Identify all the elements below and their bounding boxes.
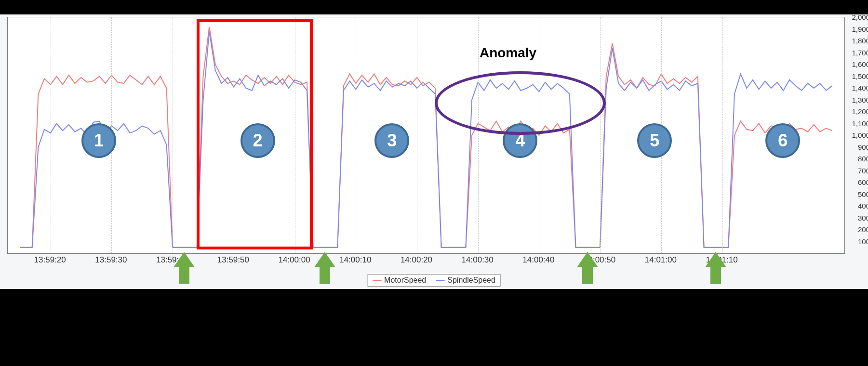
gridline-v [295, 17, 295, 253]
legend-item-motor: MotorSpeed [373, 276, 426, 285]
y-tick-label: 400 [846, 202, 868, 210]
y-tick-label: 1,800 [846, 37, 868, 45]
cycle-badge-3: 3 [374, 123, 409, 158]
x-tick-label: 14:01:00 [645, 255, 677, 265]
cycle-badge-5: 5 [637, 123, 672, 158]
series-SpindleSpeed [20, 31, 832, 247]
y-tick-label: 1,000 [846, 131, 868, 139]
y-tick-label: 1,200 [846, 107, 868, 116]
chart-wrapper: MotorSpeed SpindleSpeed 13:59:2013:59:30… [0, 14, 868, 289]
y-tick-label: 1,900 [846, 25, 868, 33]
gridline-v [234, 17, 234, 253]
legend-swatch-spindle [436, 280, 444, 281]
y-tick-label: 500 [846, 190, 868, 198]
cycle-badge-4: 4 [503, 123, 537, 158]
y-tick-label: 800 [846, 155, 868, 163]
y-tick-label: 1,300 [846, 95, 868, 104]
gridline-v [356, 17, 356, 253]
x-tick-label: 13:59:20 [34, 255, 66, 265]
y-tick-label: 200 [846, 225, 868, 234]
cycle-badge-6: 6 [765, 123, 800, 158]
y-tick-label: 1,700 [846, 48, 868, 56]
y-tick-label: 1,400 [846, 84, 868, 92]
y-tick-label: 300 [846, 213, 868, 222]
y-tick-label: 600 [846, 178, 868, 186]
x-tick-label: 14:00:30 [462, 255, 494, 265]
gridline-v [478, 17, 479, 253]
legend-item-spindle: SpindleSpeed [436, 276, 495, 285]
cycle-badge-2: 2 [240, 123, 275, 158]
anomaly-label: Anomaly [480, 45, 536, 61]
gridline-v [722, 17, 723, 253]
y-tick-label: 700 [846, 166, 868, 174]
gridline-v [51, 17, 51, 253]
series-MotorSpeed [20, 27, 832, 248]
legend: MotorSpeed SpindleSpeed [367, 274, 501, 287]
plot-area [7, 17, 845, 254]
x-tick-label: 13:59:50 [217, 255, 249, 265]
gridline-v [539, 17, 539, 253]
x-tick-label: 13:59:30 [95, 255, 127, 265]
y-tick-label: 900 [846, 143, 868, 151]
gridline-v [600, 17, 601, 253]
gridline-v [417, 17, 417, 253]
legend-label-motor: MotorSpeed [384, 276, 426, 285]
legend-swatch-motor [373, 280, 381, 281]
x-tick-label: 14:00:00 [278, 255, 310, 265]
y-tick-label: 100 [846, 237, 868, 245]
legend-label-spindle: SpindleSpeed [447, 276, 495, 285]
cycle-badge-1: 1 [81, 123, 116, 158]
gridline-v [173, 17, 173, 253]
y-tick-label: 2,000 [846, 13, 868, 21]
x-tick-label: 14:00:20 [401, 255, 432, 265]
y-tick-label: 1,500 [846, 72, 868, 80]
chart-svg [8, 17, 844, 253]
y-tick-label: 1,600 [846, 60, 868, 68]
x-tick-label: 14:00:40 [522, 255, 554, 265]
y-tick-label: 1,100 [846, 119, 868, 127]
x-tick-label: 14:00:10 [339, 255, 371, 265]
